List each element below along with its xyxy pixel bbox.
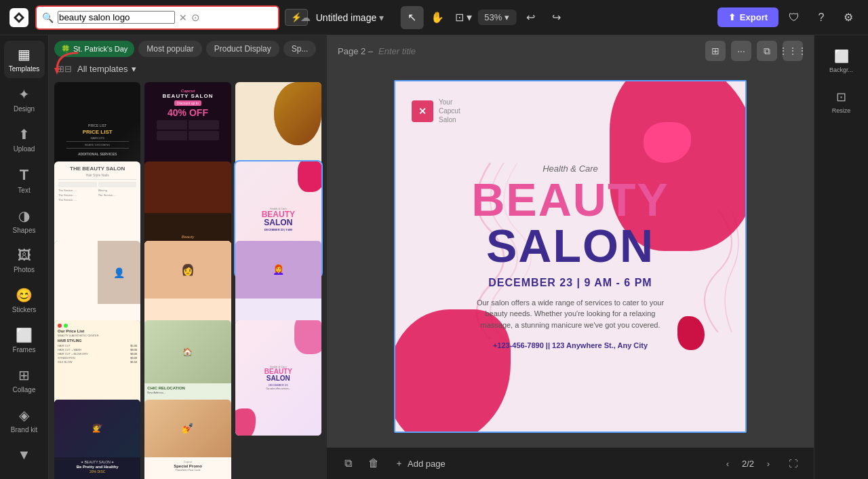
collage-icon: ⊞: [18, 367, 30, 383]
sidebar-item-collage[interactable]: ⊞ Collage: [4, 362, 45, 399]
pan-tool[interactable]: ✋: [426, 6, 449, 29]
canvas-wrapper: ✕ Your Capcut Salon Health & Care BEAUTY…: [394, 80, 747, 433]
canvas-contact-text: +123-456-7890 || 123 Anywhere St., Any C…: [493, 341, 648, 349]
templates-grid: PRICE LIST PRICE LIST HAIRCUTS BEARD GRO…: [49, 78, 327, 479]
resize-icon: ⊡: [836, 90, 846, 104]
filter-popular[interactable]: Most popular: [138, 41, 201, 57]
more-page-btn[interactable]: ···: [731, 41, 751, 61]
toolbar-icons: ↖ ✋ ⊡ ▾ 53% ▾ ↩ ↪: [400, 6, 568, 29]
canvas-area: Page 2 – ⊞ ··· ⧉ ⋮⋮⋮: [327, 35, 814, 479]
shield-icon-btn[interactable]: 🛡: [783, 6, 806, 29]
template-card-13[interactable]: 💇 ✦ BEAUTY SALON ✦ Be Pretty and Healthy…: [54, 400, 140, 479]
background-icon: ⬜: [834, 49, 849, 64]
sidebar-item-frames[interactable]: ⬜ Frames: [4, 322, 45, 359]
all-templates-button[interactable]: All templates ▾: [77, 64, 136, 74]
resize-tool[interactable]: ⊡ ▾: [452, 6, 475, 29]
upload-icon: ⬆: [18, 126, 30, 142]
sidebar-item-brand[interactable]: ◈ Brand kit: [4, 402, 45, 439]
camera-search-icon[interactable]: ⊙: [191, 12, 200, 24]
canvas-date-text: DECEMBER 23 | 9 AM - 6 PM: [488, 277, 652, 289]
filter-product-display[interactable]: Product Display: [206, 41, 279, 57]
clear-search-icon[interactable]: ✕: [179, 12, 187, 23]
app-logo: [8, 7, 30, 28]
add-page-button[interactable]: ＋ Add page: [389, 455, 451, 472]
page-title-input[interactable]: [378, 46, 493, 56]
template-card-12[interactable]: Health & Care BEAUTY SALON DECEMBER 23 O…: [235, 320, 321, 436]
templates-panel: 🍀 St. Patrick's Day Most popular Product…: [49, 35, 327, 479]
search-input[interactable]: beauty salon logo: [58, 11, 175, 24]
export-button[interactable]: ⬆ Export: [717, 7, 778, 27]
next-page-btn[interactable]: ›: [760, 455, 777, 472]
canvas-frame[interactable]: ✕ Your Capcut Salon Health & Care BEAUTY…: [394, 80, 747, 433]
background-panel-btn[interactable]: ⬜ Backgr...: [820, 43, 863, 79]
zoom-control[interactable]: 53% ▾: [477, 9, 516, 25]
prev-page-btn[interactable]: ‹: [719, 455, 736, 472]
page-controls-bar: ⧉ 🗑 ＋ Add page ‹ 2/2 › ⛶: [327, 447, 814, 479]
templates-icon: ▦: [18, 46, 31, 62]
sidebar-item-upload[interactable]: ⬆ Upload: [4, 121, 45, 158]
pointer-tool[interactable]: ↖: [400, 6, 423, 29]
all-templates-row: ⊞⊟ All templates ▾: [49, 60, 327, 78]
filter-tabs: 🍀 St. Patrick's Day Most popular Product…: [49, 35, 327, 60]
canvas-beauty-text: BEAUTY: [471, 176, 669, 223]
brand-icon: ◈: [19, 407, 29, 423]
sidebar-item-stickers[interactable]: 😊 Stickers: [4, 282, 45, 319]
sidebar-item-shapes[interactable]: ◑ Shapes: [4, 202, 45, 240]
grid-view-icon: ⊞⊟: [57, 64, 72, 74]
copy-design-btn[interactable]: ⧉: [338, 453, 358, 474]
sidebar-item-text[interactable]: T Text: [4, 161, 45, 199]
photos-icon: 🖼: [18, 248, 31, 263]
text-icon: T: [20, 166, 28, 184]
frames-icon: ⬜: [16, 327, 33, 343]
page-actions: ⊞ ··· ⧉ ⋮⋮⋮: [705, 41, 803, 61]
sidebar-item-templates[interactable]: ▦ Templates: [4, 41, 45, 78]
main-content: ▦ Templates ✦ Design ⬆ Upload T Text ◑ S…: [0, 35, 868, 479]
undo-button[interactable]: ↩: [519, 6, 542, 29]
canvas-content: Health & Care BEAUTY SALON DECEMBER 23 |…: [395, 81, 745, 432]
filter-stpatrick[interactable]: 🍀 St. Patrick's Day: [54, 41, 134, 57]
right-panel: ⬜ Backgr... ⊡ Resize: [814, 35, 868, 479]
canvas-salon-text: SALON: [486, 223, 654, 269]
search-container: 🔍 beauty salon logo ✕ ⊙: [35, 5, 279, 30]
sidebar-item-design[interactable]: ✦ Design: [4, 81, 45, 118]
resize-panel-btn[interactable]: ⊡ Resize: [820, 84, 863, 119]
canvas-health-care-text: Health & Care: [542, 164, 598, 174]
left-sidebar: ▦ Templates ✦ Design ⬆ Upload T Text ◑ S…: [0, 35, 49, 479]
template-card-14[interactable]: 💅 Capcut Special Promo Transform Your Lo…: [144, 400, 231, 479]
fullscreen-btn[interactable]: ⛶: [783, 453, 803, 474]
stickers-icon: 😊: [16, 287, 33, 303]
cloud-save-icon: ☁: [300, 12, 311, 24]
redo-button[interactable]: ↪: [545, 6, 568, 29]
sidebar-item-photos[interactable]: 🖼 Photos: [4, 242, 45, 279]
doc-title[interactable]: Untitled image ▾: [316, 12, 384, 23]
delete-page-btn[interactable]: 🗑: [363, 453, 384, 474]
expand-page-btn[interactable]: ⊞: [705, 41, 726, 61]
options-page-btn[interactable]: ⋮⋮⋮: [783, 41, 803, 61]
search-icon: 🔍: [42, 12, 54, 23]
sidebar-item-more[interactable]: ▼: [4, 442, 45, 468]
canvas-viewport[interactable]: ✕ Your Capcut Salon Health & Care BEAUTY…: [327, 66, 814, 447]
page-title-bar: Page 2 – ⊞ ··· ⧉ ⋮⋮⋮: [327, 35, 814, 66]
pagination: ‹ 2/2 ›: [719, 455, 777, 472]
top-right-icons: ⬆ Export 🛡 ? ⚙: [717, 6, 860, 29]
help-icon-btn[interactable]: ?: [810, 6, 833, 29]
design-icon: ✦: [18, 86, 30, 102]
top-bar: 🔍 beauty salon logo ✕ ⊙ ⚡ ☁ Untitled ima…: [0, 0, 868, 35]
shapes-icon: ◑: [18, 208, 30, 224]
copy-page-btn[interactable]: ⧉: [757, 41, 777, 61]
filter-spring[interactable]: Sp...: [283, 41, 317, 57]
top-bar-center: ☁ Untitled image ▾ ↖ ✋ ⊡ ▾ 53% ▾ ↩ ↪: [300, 6, 568, 29]
canvas-description-text: Our salon offers a wide range of service…: [475, 297, 665, 331]
more-icon: ▼: [18, 447, 31, 463]
settings-icon-btn[interactable]: ⚙: [837, 6, 860, 29]
